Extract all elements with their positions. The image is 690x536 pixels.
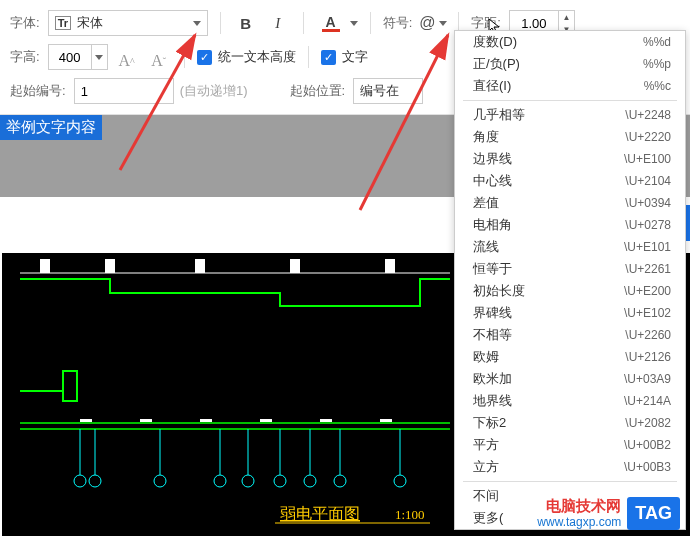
menu-separator (463, 100, 677, 101)
svg-rect-6 (385, 259, 395, 273)
svg-point-18 (74, 475, 86, 487)
symbol-menu-item[interactable]: 度数(D)%%d (455, 31, 685, 53)
example-text: 举例文字内容 (0, 115, 102, 140)
divider (370, 12, 371, 34)
shrink-font-button[interactable]: A ˇ (146, 44, 172, 70)
symbol-menu-item[interactable]: 初始长度\U+E200 (455, 280, 685, 302)
bold-button[interactable]: B (233, 10, 259, 36)
symbol-menu-item[interactable]: 不相等\U+2260 (455, 324, 685, 346)
svg-point-25 (334, 475, 346, 487)
text-color-button[interactable]: A (316, 10, 346, 36)
symbol-menu-item[interactable]: 立方\U+00B3 (455, 456, 685, 478)
font-value: 宋体 (77, 14, 103, 32)
divider (303, 12, 304, 34)
start-num-input[interactable] (74, 78, 174, 104)
svg-point-24 (304, 475, 316, 487)
svg-point-26 (394, 475, 406, 487)
svg-rect-5 (290, 259, 300, 273)
svg-rect-14 (200, 419, 212, 422)
symbol-menu-item[interactable]: 直径(I)%%c (455, 75, 685, 97)
svg-rect-13 (140, 419, 152, 422)
svg-rect-17 (380, 419, 392, 422)
height-label: 字高: (10, 48, 40, 66)
text-color-a: A (326, 15, 336, 29)
svg-rect-8 (63, 371, 77, 401)
height-select[interactable] (48, 44, 108, 70)
watermark: 电脑技术网 www.tagxp.com TAG (537, 497, 680, 530)
divider (184, 46, 185, 68)
svg-point-21 (214, 475, 226, 487)
start-num-label: 起始编号: (10, 82, 66, 100)
symbol-menu-item[interactable]: 电相角\U+0278 (455, 214, 685, 236)
watermark-tag: TAG (627, 497, 680, 530)
symbol-menu-item[interactable]: 平方\U+00B2 (455, 434, 685, 456)
watermark-title: 电脑技术网 (537, 497, 621, 515)
symbol-dropdown-menu: 度数(D)%%d正/负(P)%%p直径(I)%%c 几乎相等\U+2248角度\… (454, 30, 686, 530)
chevron-down-icon[interactable] (350, 21, 358, 26)
divider (308, 46, 309, 68)
chevron-down-icon (95, 55, 103, 60)
symbol-menu-item[interactable]: 边界线\U+E100 (455, 148, 685, 170)
symbol-menu-item[interactable]: 几乎相等\U+2248 (455, 104, 685, 126)
svg-rect-3 (105, 259, 115, 273)
svg-rect-15 (260, 419, 272, 422)
symbol-menu-item[interactable]: 欧米加\U+03A9 (455, 368, 685, 390)
svg-point-20 (154, 475, 166, 487)
start-pos-label: 起始位置: (290, 82, 346, 100)
spinner-up-icon[interactable]: ▲ (559, 11, 574, 23)
divider (220, 12, 221, 34)
watermark-url: www.tagxp.com (537, 515, 621, 529)
chevron-down-icon (193, 21, 201, 26)
enlarge-font-button[interactable]: A ^ (114, 44, 140, 70)
svg-rect-12 (80, 419, 92, 422)
symbol-menu-item[interactable]: 界碑线\U+E102 (455, 302, 685, 324)
svg-rect-4 (195, 259, 205, 273)
position-select[interactable]: 编号在 (353, 78, 423, 104)
height-input[interactable] (49, 45, 91, 69)
symbol-menu-item[interactable]: 差值\U+0394 (455, 192, 685, 214)
svg-rect-7 (40, 259, 50, 273)
symbol-label: 符号: (383, 14, 413, 32)
symbol-at-button[interactable]: @ (420, 10, 446, 36)
symbol-menu-item[interactable]: 下标2\U+2082 (455, 412, 685, 434)
text-checkbox-label: 文字 (342, 48, 368, 66)
italic-button[interactable]: I (265, 10, 291, 36)
svg-point-22 (242, 475, 254, 487)
uniform-height-label: 统一文本高度 (218, 48, 296, 66)
symbol-menu-item[interactable]: 地界线\U+214A (455, 390, 685, 412)
symbol-menu-item[interactable]: 角度\U+2220 (455, 126, 685, 148)
menu-separator (463, 481, 677, 482)
text-color-bar (322, 29, 340, 32)
spacing-input[interactable] (510, 16, 558, 31)
symbol-menu-item[interactable]: 中心线\U+2104 (455, 170, 685, 192)
svg-rect-1 (0, 251, 2, 536)
symbol-menu-item[interactable]: 欧姆\U+2126 (455, 346, 685, 368)
symbol-menu-item[interactable]: 恒等于\U+2261 (455, 258, 685, 280)
drawing-title: 弱电平面图 (280, 505, 360, 522)
svg-point-19 (89, 475, 101, 487)
auto-increment-hint: (自动递增1) (180, 82, 248, 100)
text-checkbox[interactable]: ✓ (321, 50, 336, 65)
symbol-menu-item[interactable]: 流线\U+E101 (455, 236, 685, 258)
svg-rect-16 (320, 419, 332, 422)
svg-point-23 (274, 475, 286, 487)
font-label: 字体: (10, 14, 40, 32)
symbol-menu-item[interactable]: 正/负(P)%%p (455, 53, 685, 75)
drawing-scale: 1:100 (395, 507, 425, 522)
uniform-height-checkbox[interactable]: ✓ (197, 50, 212, 65)
chevron-down-icon (439, 21, 447, 26)
font-select[interactable]: Tr 宋体 (48, 10, 208, 36)
font-type-icon: Tr (55, 16, 71, 30)
